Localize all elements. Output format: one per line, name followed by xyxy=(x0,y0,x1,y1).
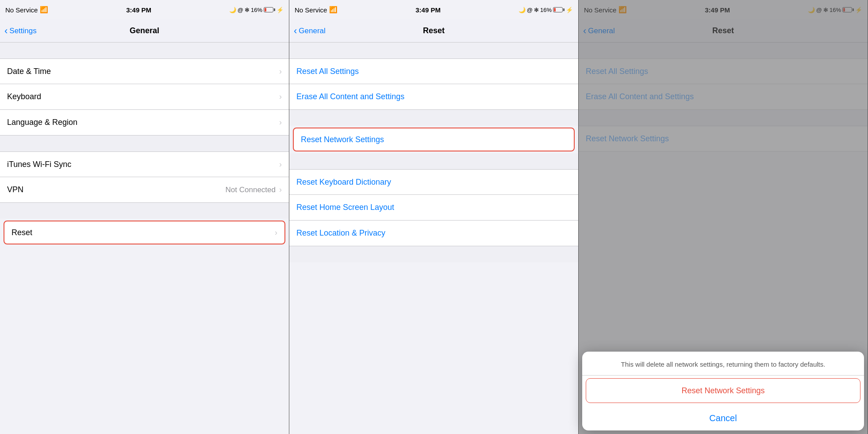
section-datetime: Date & Time › Keyboard › Language & Regi… xyxy=(0,58,289,136)
list-item-reset-location[interactable]: Reset Location & Privacy xyxy=(289,221,578,246)
section-reset-group3: Reset Keyboard Dictionary Reset Home Scr… xyxy=(289,169,578,246)
list-item-reset-keyboard[interactable]: Reset Keyboard Dictionary xyxy=(289,169,578,195)
list-item-keyboard[interactable]: Keyboard › xyxy=(0,84,289,110)
list-item-datetime[interactable]: Date & Time › xyxy=(0,58,289,84)
spacer-mid-1 xyxy=(0,136,289,151)
nav-bar-1: ‹ Settings General xyxy=(0,19,289,43)
wifi-icon-1: 📶 xyxy=(40,6,48,14)
reset-network-label: Reset Network Settings xyxy=(301,135,384,144)
spacer-top-2 xyxy=(289,43,578,58)
status-bar-2: No Service 📶 3:49 PM 🌙 @ ✻ 16% ⚡ xyxy=(289,0,578,19)
keyboard-chevron: › xyxy=(279,92,282,101)
alert-cancel-button[interactable]: Cancel xyxy=(582,406,864,430)
list-item-erase-all[interactable]: Erase All Content and Settings xyxy=(289,84,578,110)
keyboard-label: Keyboard xyxy=(7,92,279,101)
time-1: 3:49 PM xyxy=(126,6,151,14)
back-button-2[interactable]: ‹ General xyxy=(294,26,326,36)
spacer-top-1 xyxy=(0,43,289,58)
nav-title-2: Reset xyxy=(423,26,445,35)
back-label-2: General xyxy=(299,27,325,35)
no-service-label-2: No Service xyxy=(295,6,327,14)
battery-pct-2: 16% xyxy=(540,7,552,13)
erase-all-label: Erase All Content and Settings xyxy=(296,92,404,101)
back-label-1: Settings xyxy=(9,27,36,35)
alert-cancel-label: Cancel xyxy=(709,413,737,423)
nav-bar-2: ‹ General Reset xyxy=(289,19,578,43)
datetime-label: Date & Time xyxy=(7,67,279,76)
reset-chevron: › xyxy=(275,228,277,237)
datetime-chevron: › xyxy=(279,67,282,76)
reset-location-label: Reset Location & Privacy xyxy=(296,229,385,238)
spacer-mid-2 xyxy=(289,110,578,126)
alert-confirm-button[interactable]: Reset Network Settings xyxy=(586,378,860,403)
list-item-language[interactable]: Language & Region › xyxy=(0,110,289,136)
vpn-chevron: › xyxy=(279,185,282,194)
screen2: No Service 📶 3:49 PM 🌙 @ ✻ 16% ⚡ ‹ Gener… xyxy=(289,0,579,434)
section-reset-group1: Reset All Settings Erase All Content and… xyxy=(289,58,578,110)
list-item-itunes[interactable]: iTunes Wi-Fi Sync › xyxy=(0,151,289,177)
spacer-bot-1 xyxy=(0,203,289,219)
charge-icon-2: ⚡ xyxy=(566,7,573,13)
screen1: No Service 📶 3:49 PM 🌙 @ ✻ 16% ⚡ ‹ Setti… xyxy=(0,0,289,434)
alert-box: This will delete all network settings, r… xyxy=(582,352,864,430)
list-item-reset-all[interactable]: Reset All Settings xyxy=(289,58,578,84)
list-item-vpn[interactable]: VPN Not Connected › xyxy=(0,177,289,203)
back-chevron-2: ‹ xyxy=(294,26,297,36)
status-right-2: 🌙 @ ✻ 16% ⚡ xyxy=(518,7,573,13)
itunes-chevron: › xyxy=(279,160,282,169)
status-left-1: No Service 📶 xyxy=(5,6,48,14)
battery-icon-2 xyxy=(553,7,565,12)
list-item-reset[interactable]: Reset › xyxy=(4,221,285,244)
location-icon-1: @ xyxy=(238,7,243,13)
status-right-1: 🌙 @ ✻ 16% ⚡ xyxy=(229,7,284,13)
alert-container: This will delete all network settings, r… xyxy=(579,352,868,434)
section-itunes: iTunes Wi-Fi Sync › VPN Not Connected › xyxy=(0,151,289,203)
battery-icon-1 xyxy=(264,7,275,12)
no-service-label-1: No Service xyxy=(5,6,38,14)
back-chevron-1: ‹ xyxy=(4,26,8,36)
status-bar-1: No Service 📶 3:49 PM 🌙 @ ✻ 16% ⚡ xyxy=(0,0,289,19)
wifi-icon-2: 📶 xyxy=(329,6,338,14)
spacer-bot-2 xyxy=(289,246,578,262)
reset-homescreen-label: Reset Home Screen Layout xyxy=(296,203,394,212)
alert-confirm-label: Reset Network Settings xyxy=(681,386,764,395)
bluetooth-icon-1: ✻ xyxy=(245,7,250,13)
itunes-label: iTunes Wi-Fi Sync xyxy=(7,160,279,169)
alert-message: This will delete all network settings, r… xyxy=(582,352,864,376)
reset-label: Reset xyxy=(12,228,275,237)
section-reset-1: Reset › xyxy=(0,221,289,244)
bluetooth-icon-2: ✻ xyxy=(534,7,539,13)
time-2: 3:49 PM xyxy=(415,6,441,14)
location-icon-2: @ xyxy=(527,7,533,13)
moon-icon-1: 🌙 xyxy=(229,7,236,13)
content-1: Date & Time › Keyboard › Language & Regi… xyxy=(0,43,289,246)
section-reset-group2: Reset Network Settings xyxy=(289,128,578,151)
status-left-2: No Service 📶 xyxy=(295,6,338,14)
list-item-reset-homescreen[interactable]: Reset Home Screen Layout xyxy=(289,195,578,221)
language-chevron: › xyxy=(279,118,282,127)
back-button-1[interactable]: ‹ Settings xyxy=(4,26,37,36)
spacer-mid2-2 xyxy=(289,153,578,169)
list-item-reset-network[interactable]: Reset Network Settings xyxy=(293,128,575,151)
charge-icon-1: ⚡ xyxy=(277,7,284,13)
language-label: Language & Region xyxy=(7,118,279,127)
reset-keyboard-label: Reset Keyboard Dictionary xyxy=(296,178,391,187)
screen3: No Service 📶 3:49 PM 🌙 @ ✻ 16% ⚡ ‹ Gener… xyxy=(579,0,868,434)
reset-all-label: Reset All Settings xyxy=(296,67,359,76)
nav-title-1: General xyxy=(130,26,159,35)
moon-icon-2: 🌙 xyxy=(518,7,526,13)
vpn-value: Not Connected xyxy=(226,186,276,194)
battery-pct-1: 16% xyxy=(251,7,262,13)
vpn-label: VPN xyxy=(7,185,226,194)
content-2: Reset All Settings Erase All Content and… xyxy=(289,43,578,262)
